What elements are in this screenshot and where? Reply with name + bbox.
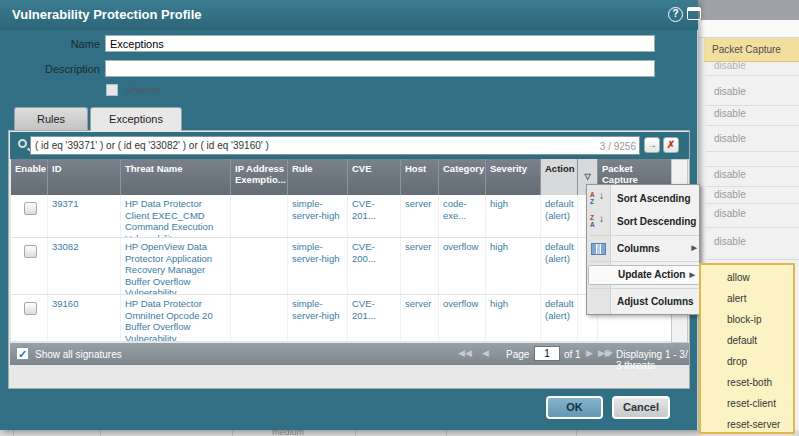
description-input[interactable]: [105, 60, 655, 77]
search-icon: [18, 139, 27, 148]
background-bottom-row: medium: [0, 430, 799, 436]
first-page-icon[interactable]: ◀◀: [458, 348, 472, 358]
cell-id: 33082: [48, 238, 121, 294]
cell-severity: high: [486, 238, 541, 294]
cell-rule: simple-server-high: [288, 238, 348, 294]
cancel-button[interactable]: Cancel: [612, 396, 670, 419]
submenu-arrow-icon: ▶: [692, 244, 697, 252]
cell-cve: CVE-200...: [348, 238, 401, 294]
cell-threat-name: HP Data Protector OmniInet Opcode 20 Buf…: [121, 295, 231, 341]
show-all-signatures-checkbox[interactable]: ✓: [16, 347, 29, 360]
menu-item-sort-ascending[interactable]: AZ↓ Sort Ascending: [587, 189, 701, 209]
name-label: Name: [10, 38, 100, 50]
submenu-item-reset-both[interactable]: reset-both: [727, 377, 772, 398]
menu-item-adjust-columns[interactable]: Adjust Columns: [587, 292, 701, 312]
page-label: Page: [506, 349, 529, 360]
column-header-enable[interactable]: Enable: [11, 159, 48, 195]
name-input[interactable]: [105, 35, 655, 52]
page-number-input[interactable]: [534, 346, 560, 361]
submenu-item-drop[interactable]: drop: [727, 356, 747, 377]
cell-cve: CVE-201...: [348, 195, 401, 237]
cell-ip-exemption: [231, 295, 288, 341]
refresh-icon[interactable]: ⟳: [604, 347, 613, 360]
dialog-title: Vulnerability Protection Profile: [12, 7, 202, 22]
submenu-item-reset-server[interactable]: reset-server: [727, 419, 780, 436]
displaying-status: Displaying 1 - 3/ 3 threats: [616, 349, 689, 371]
table-row[interactable]: 39371 HP Data Protector Client EXEC_CMD …: [11, 195, 671, 238]
window-icon[interactable]: [687, 7, 701, 20]
background-toolbar: [698, 0, 799, 20]
table-row[interactable]: 33082 HP OpenView Data Protector Applica…: [11, 238, 671, 295]
submenu-item-block-ip[interactable]: block-ip: [727, 314, 761, 335]
cell-rule: simple-server-high: [288, 295, 348, 341]
search-bar: 3 / 9256 → ✗: [10, 132, 689, 159]
shared-label: Shared: [125, 84, 160, 96]
column-header-rule[interactable]: Rule: [288, 159, 348, 195]
table-row[interactable]: 39160 HP Data Protector OmniInet Opcode …: [11, 295, 671, 342]
page-of-label: of 1: [564, 349, 581, 360]
sort-ascending-icon: AZ↓: [590, 191, 606, 207]
menu-separator: [589, 288, 699, 289]
update-action-submenu: allow alert block-ip default drop reset-…: [699, 263, 795, 434]
column-header-category[interactable]: Category: [439, 159, 486, 195]
table-cell: disable: [706, 80, 799, 106]
column-header-id[interactable]: ID: [48, 159, 121, 195]
cell-severity: high: [486, 295, 541, 341]
column-header-ip-exemption[interactable]: IP Address Exemptio...: [231, 159, 288, 195]
help-icon[interactable]: ?: [668, 7, 683, 22]
cell-host: server: [401, 195, 439, 237]
table-cell: disable: [706, 58, 799, 76]
enable-checkbox[interactable]: [24, 302, 37, 315]
cell-category: overflow: [439, 295, 486, 341]
cell-category: overflow: [439, 238, 486, 294]
cell-ip-exemption: [231, 238, 288, 294]
column-header-cve[interactable]: CVE: [348, 159, 401, 195]
cell-ip-exemption: [231, 195, 288, 237]
tab-exceptions[interactable]: Exceptions: [90, 107, 182, 131]
column-context-menu: AZ↓ Sort Ascending ZA↓ Sort Descending C…: [586, 184, 700, 315]
table-cell: disable: [706, 126, 799, 152]
shared-checkbox[interactable]: [106, 84, 118, 96]
submenu-item-allow[interactable]: allow: [727, 272, 750, 293]
enable-checkbox[interactable]: [24, 202, 37, 215]
table-cell: disable: [706, 167, 799, 187]
column-header-threat-name[interactable]: Threat Name: [121, 159, 231, 195]
table-cell: [706, 152, 799, 167]
table-cell: disable: [706, 187, 799, 204]
table-cell: disable: [706, 204, 799, 228]
show-all-signatures-label: Show all signatures: [35, 349, 122, 360]
cell-category: code-exe...: [439, 195, 486, 237]
cell-host: server: [401, 295, 439, 341]
exceptions-table: Enable ID Threat Name IP Address Exempti…: [11, 159, 671, 342]
submenu-item-default[interactable]: default: [727, 335, 757, 356]
submenu-item-alert[interactable]: alert: [727, 293, 746, 314]
ok-button[interactable]: OK: [546, 396, 603, 419]
cell-host: server: [401, 238, 439, 294]
cell-id: 39371: [48, 195, 121, 237]
dialog-title-bar: Vulnerability Protection Profile ?: [0, 0, 698, 30]
prev-page-icon[interactable]: ◀: [482, 348, 489, 358]
submenu-item-reset-client[interactable]: reset-client: [727, 398, 776, 419]
search-result-count: 3 / 9256: [596, 141, 636, 152]
cell-threat-name: HP OpenView Data Protector Application R…: [121, 238, 231, 294]
column-header-host[interactable]: Host: [401, 159, 439, 195]
column-header-severity[interactable]: Severity: [486, 159, 541, 195]
background-header-row: [698, 20, 799, 38]
cell-severity: high: [486, 195, 541, 237]
search-input[interactable]: [30, 136, 640, 155]
enable-checkbox[interactable]: [24, 245, 37, 258]
cell-rule: simple-server-high: [288, 195, 348, 237]
next-page-icon[interactable]: ▶: [586, 348, 593, 358]
apply-filter-button[interactable]: →: [644, 137, 660, 153]
submenu-arrow-icon: ▶: [690, 271, 695, 279]
sort-descending-icon: ZA↓: [590, 214, 606, 230]
cell-action: default (alert): [541, 238, 578, 294]
tab-rules[interactable]: Rules: [14, 107, 88, 131]
menu-item-sort-descending[interactable]: ZA↓ Sort Descending: [587, 212, 701, 232]
menu-item-columns[interactable]: Columns ▶: [587, 239, 701, 259]
menu-item-update-action[interactable]: Update Action ▶: [588, 265, 700, 285]
table-header-row: Enable ID Threat Name IP Address Exempti…: [11, 159, 671, 195]
column-header-action[interactable]: Action: [541, 159, 578, 195]
cell-cve: CVE-201...: [348, 295, 401, 341]
clear-filter-button[interactable]: ✗: [663, 137, 679, 153]
